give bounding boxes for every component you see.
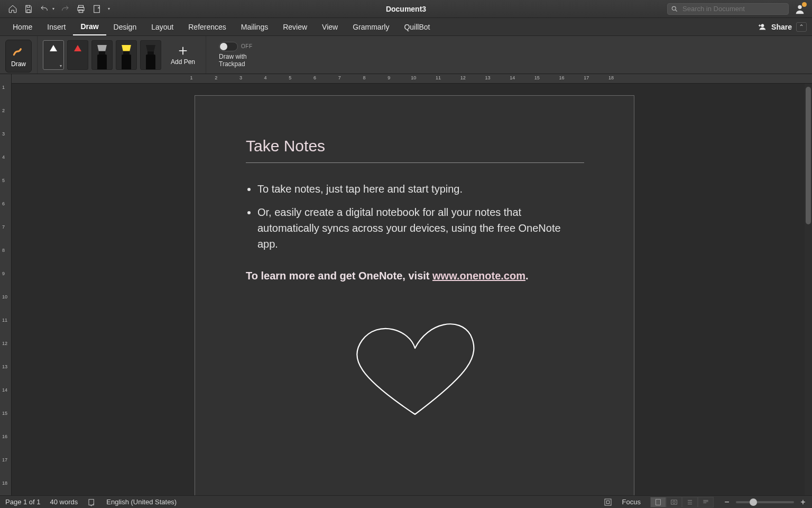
add-pen-button[interactable]: ＋ Add Pen — [165, 44, 200, 66]
document-canvas[interactable]: Take Notes To take notes, just tap here … — [12, 84, 812, 495]
page-setup-icon[interactable] — [91, 4, 102, 14]
hi-black[interactable] — [140, 40, 161, 70]
svg-point-4 — [672, 6, 676, 10]
hi-yellow[interactable] — [116, 40, 137, 70]
scrollbar-thumb[interactable] — [806, 87, 811, 224]
search-input-field[interactable] — [681, 4, 785, 13]
vertical-ruler[interactable]: 123456789101112131415161718 — [0, 74, 12, 495]
tab-quillbot[interactable]: QuillBot — [396, 18, 437, 35]
trackpad-label-line2: Trackpad — [219, 61, 247, 68]
learn-prefix: To learn more and get OneNote, visit — [246, 270, 432, 282]
search-input[interactable] — [667, 3, 789, 15]
redo-icon[interactable] — [60, 4, 70, 14]
draw-toggle-label: Draw — [11, 60, 26, 68]
share-button[interactable]: Share — [771, 23, 792, 31]
tab-design[interactable]: Design — [106, 18, 144, 35]
hi-gray[interactable] — [91, 40, 113, 70]
tab-mailings[interactable]: Mailings — [234, 18, 275, 35]
status-bar: Page 1 of 1 40 words English (United Sta… — [0, 495, 812, 508]
trackpad-toggle-state: OFF — [241, 43, 253, 49]
tab-home[interactable]: Home — [5, 18, 40, 35]
onenote-link[interactable]: www.onenote.com — [432, 270, 525, 282]
zoom-in-button[interactable]: + — [799, 497, 807, 507]
word-count[interactable]: 40 words — [50, 498, 78, 506]
ribbon-collapse-chevron[interactable]: ⌃ — [796, 22, 807, 32]
bullet-item[interactable]: To take notes, just tap here and start t… — [257, 181, 583, 197]
svg-rect-10 — [656, 499, 660, 505]
presence-icon[interactable] — [794, 3, 806, 15]
tab-grammarly[interactable]: Grammarly — [345, 18, 396, 35]
draft-view[interactable] — [698, 497, 714, 507]
learn-more-paragraph[interactable]: To learn more and get OneNote, visit www… — [246, 270, 583, 282]
tab-references[interactable]: References — [181, 18, 234, 35]
svg-rect-2 — [79, 10, 83, 12]
print-icon[interactable] — [76, 4, 86, 14]
svg-rect-11 — [671, 500, 677, 504]
add-pen-label: Add Pen — [171, 58, 195, 66]
page[interactable]: Take Notes To take notes, just tap here … — [195, 95, 634, 495]
view-mode-buttons — [650, 497, 714, 507]
undo-icon[interactable] — [39, 4, 50, 14]
tab-draw[interactable]: Draw — [73, 18, 106, 35]
zoom-out-button[interactable]: − — [723, 497, 731, 507]
ribbon-tabs: HomeInsertDrawDesignLayoutReferencesMail… — [0, 18, 812, 36]
ribbon-body-draw: Draw ▾ ＋ Add Pen OFF Draw with Trackpad — [0, 36, 812, 74]
heart-drawing[interactable] — [346, 314, 484, 420]
undo-dropdown[interactable]: ▾ — [52, 6, 54, 11]
bullet-item[interactable]: Or, easily create a digital notebook for… — [257, 204, 583, 252]
draw-toggle-button[interactable]: Draw — [5, 40, 32, 72]
tab-insert[interactable]: Insert — [40, 18, 73, 35]
bullet-list[interactable]: To take notes, just tap here and start t… — [246, 181, 583, 252]
horizontal-ruler[interactable]: 123456789101112131415161718 — [12, 74, 812, 84]
heading-rule — [246, 162, 584, 163]
plus-icon: ＋ — [176, 44, 190, 56]
zoom-control[interactable]: − + — [723, 497, 807, 507]
svg-rect-0 — [79, 5, 84, 7]
svg-point-6 — [761, 24, 764, 26]
draw-with-trackpad-toggle[interactable]: OFF — [219, 42, 253, 51]
svg-rect-3 — [94, 5, 100, 13]
tab-layout[interactable]: Layout — [144, 18, 181, 35]
svg-point-12 — [673, 501, 676, 503]
quick-access-customize[interactable]: ▾ — [107, 6, 110, 11]
page-heading[interactable]: Take Notes — [246, 137, 583, 155]
pen-red[interactable] — [67, 40, 88, 70]
pen-black[interactable]: ▾ — [43, 40, 64, 70]
svg-rect-9 — [606, 501, 609, 503]
tab-view[interactable]: View — [315, 18, 345, 35]
language-status[interactable]: English (United States) — [106, 498, 177, 506]
learn-suffix: . — [525, 270, 529, 282]
share-add-person-icon[interactable] — [756, 22, 767, 32]
title-bar: ▾ ▾ Document3 — [0, 0, 812, 18]
outline-view[interactable] — [682, 497, 698, 507]
zoom-slider[interactable] — [736, 501, 794, 503]
page-info[interactable]: Page 1 of 1 — [5, 498, 41, 506]
spellcheck-icon[interactable] — [87, 497, 97, 507]
trackpad-label-line1: Draw with — [219, 53, 247, 61]
focus-icon[interactable] — [603, 497, 613, 507]
svg-point-5 — [798, 5, 801, 8]
tab-review[interactable]: Review — [275, 18, 315, 35]
print-layout-view[interactable] — [650, 497, 666, 507]
pen-gallery: ▾ — [43, 40, 161, 70]
web-layout-view[interactable] — [666, 497, 682, 507]
focus-label[interactable]: Focus — [622, 498, 641, 506]
svg-rect-8 — [605, 499, 611, 505]
vertical-scrollbar[interactable] — [805, 84, 812, 495]
home-icon[interactable] — [7, 4, 18, 14]
save-icon[interactable] — [23, 4, 34, 14]
